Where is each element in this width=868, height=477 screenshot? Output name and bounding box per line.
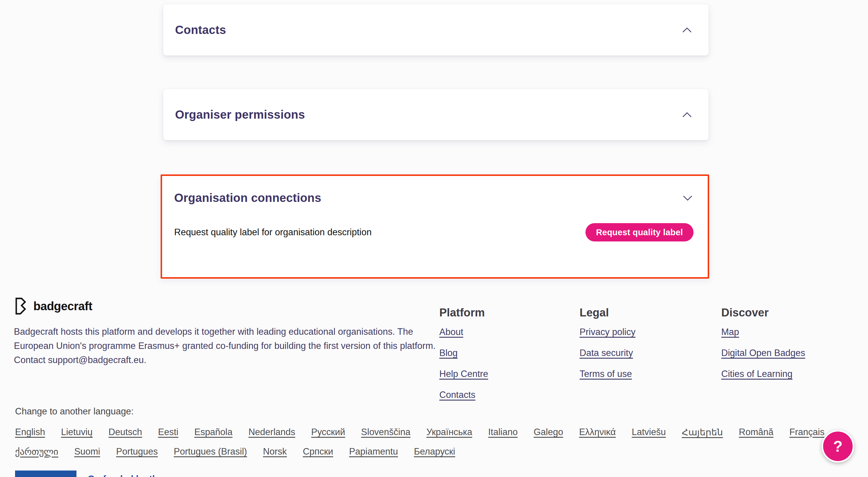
language-link[interactable]: Norsk: [263, 446, 287, 457]
chevron-down-icon[interactable]: [683, 195, 693, 201]
organisation-connections-card-highlighted: Organisation connections Request quality…: [161, 174, 709, 279]
footer-link[interactable]: Blog: [439, 348, 458, 358]
footer-link[interactable]: Terms of use: [580, 369, 632, 379]
footer-column-platform: Platform AboutBlogHelp CentreContacts: [439, 307, 488, 402]
quality-label-text: Request quality label for organisation d…: [174, 227, 372, 237]
footer-column-legal: Legal Privacy policyData securityTerms o…: [580, 307, 636, 380]
language-link[interactable]: Српски: [303, 446, 333, 457]
footer-description: Badgecraft hosts this platform and devel…: [14, 325, 445, 367]
footer-links-discover: MapDigital Open BadgesCities of Learning: [721, 327, 805, 380]
footer-link[interactable]: Privacy policy: [580, 327, 636, 337]
footer-column-discover: Discover MapDigital Open BadgesCities of…: [721, 307, 805, 380]
language-link[interactable]: Latviešu: [632, 427, 666, 438]
chevron-up-icon[interactable]: [682, 112, 692, 118]
badgecraft-logo-text: badgecraft: [33, 299, 92, 313]
eu-flag-image: [15, 471, 76, 477]
language-row-2: ქართულიSuomiPortuguesPortugues (Brasil)N…: [15, 446, 455, 457]
footer-link[interactable]: Cities of Learning: [721, 369, 793, 379]
organisation-connections-card-header[interactable]: Organisation connections: [174, 191, 693, 204]
language-link[interactable]: Lietuvių: [61, 427, 93, 438]
footer-link[interactable]: Digital Open Badges: [721, 348, 805, 358]
language-link[interactable]: Русский: [311, 427, 345, 438]
footer-links-platform: AboutBlogHelp CentreContacts: [439, 327, 488, 402]
language-link[interactable]: Galego: [533, 427, 563, 438]
language-row-1: EnglishLietuviųDeutschEestiEspañolaNeder…: [15, 427, 825, 438]
page: Contacts Organiser permissions Organisat…: [0, 0, 868, 477]
language-link[interactable]: Portugues (Brasil): [174, 446, 247, 457]
request-quality-label-button[interactable]: Request quality label: [585, 223, 693, 242]
language-link[interactable]: Українська: [426, 427, 472, 438]
footer-column-title: Legal: [580, 307, 636, 319]
footer-link[interactable]: Contacts: [439, 390, 475, 400]
language-link[interactable]: Français: [789, 427, 825, 438]
contacts-card-header[interactable]: Contacts: [163, 4, 709, 56]
contacts-card-title: Contacts: [175, 23, 226, 37]
language-link[interactable]: Ελληνικά: [579, 427, 616, 438]
footer-links-legal: Privacy policyData securityTerms of use: [580, 327, 636, 380]
language-link[interactable]: Slovenščina: [361, 427, 410, 438]
language-link[interactable]: Italiano: [488, 427, 518, 438]
language-link[interactable]: Беларускі: [414, 446, 455, 457]
organiser-permissions-card-header[interactable]: Organiser permissions: [163, 89, 709, 140]
badgecraft-logo-icon: [14, 297, 28, 315]
language-link[interactable]: Deutsch: [108, 427, 142, 438]
footer-link[interactable]: Map: [721, 327, 739, 337]
question-mark-icon: ?: [833, 438, 843, 455]
footer-column-title: Platform: [439, 307, 488, 319]
language-link[interactable]: Română: [739, 427, 774, 438]
footer-link[interactable]: Help Centre: [439, 369, 488, 379]
help-button[interactable]: ?: [822, 430, 854, 463]
language-link[interactable]: Portugues: [116, 446, 158, 457]
language-link[interactable]: Suomi: [74, 446, 100, 457]
language-link[interactable]: English: [15, 427, 45, 438]
quality-label-row: Request quality label for organisation d…: [174, 223, 693, 242]
eu-cofunding-text: Co-funded by the: [88, 474, 163, 477]
language-link[interactable]: Nederlands: [248, 427, 295, 438]
chevron-up-icon[interactable]: [682, 27, 692, 33]
eu-cofunding-logo: Co-funded by the: [15, 471, 163, 477]
footer-link[interactable]: Data security: [580, 348, 633, 358]
badgecraft-logo[interactable]: badgecraft: [14, 297, 92, 315]
language-link[interactable]: Eesti: [158, 427, 178, 438]
language-switcher-label: Change to another language:: [15, 406, 134, 417]
language-link[interactable]: Հայերեն: [682, 427, 723, 438]
organisation-connections-card-title: Organisation connections: [174, 191, 321, 204]
organiser-permissions-card-title: Organiser permissions: [175, 108, 305, 121]
language-link[interactable]: Papiamentu: [349, 446, 398, 457]
footer-column-title: Discover: [721, 307, 805, 319]
language-link[interactable]: ქართული: [15, 446, 58, 457]
footer-link[interactable]: About: [439, 327, 463, 337]
language-link[interactable]: Española: [194, 427, 232, 438]
